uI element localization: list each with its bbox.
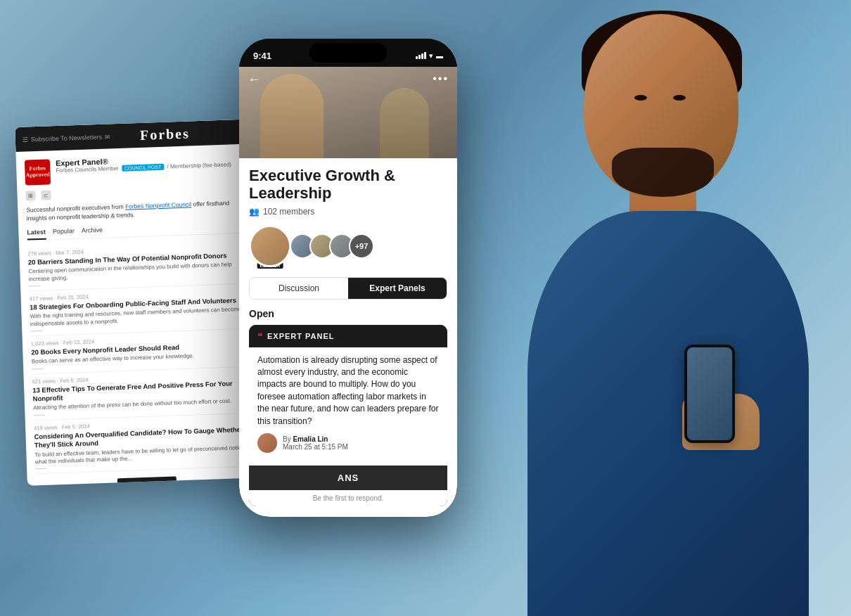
members-icon: 👥 [249, 207, 260, 217]
members-count: 102 members [263, 207, 314, 217]
ep-first-respond: Be the first to respond. [249, 490, 447, 506]
ep-card-label: EXPERT PANEL [267, 332, 335, 340]
phone-more-button[interactable]: ••• [433, 72, 449, 85]
more-articles-button[interactable]: More Articles [117, 477, 177, 486]
group-title: Executive Growth &Leadership [249, 167, 447, 203]
group-members-row: 👥 102 members [249, 207, 447, 217]
subscribe-text: Subscribe To Newsletters [31, 133, 103, 143]
article-divider-3 [32, 368, 43, 370]
ep-author: By Emalia Lin March 25 at 5:15 PM [257, 433, 439, 453]
signal-bar-3 [421, 53, 423, 59]
phone-hero-image: ← ••• [239, 67, 457, 158]
forbes-badge-text: ForbesApproved [25, 166, 50, 179]
forbes-councils-text: Forbes Councils Member [56, 165, 119, 174]
members-avatars: LEADER +97 [249, 225, 447, 267]
phone-tab-discussion[interactable]: Discussion [250, 278, 348, 299]
forbes-badge: ForbesApproved [25, 159, 51, 185]
open-label: Open [249, 308, 447, 319]
expert-panel-card: ❝ EXPERT PANEL Automation is already dis… [249, 325, 447, 506]
article-item-1: 278 views · Mar 7, 2024 20 Barriers Stan… [27, 238, 251, 291]
forbes-logo: Forbes [140, 125, 191, 143]
phone-tab-expert-panels[interactable]: Expert Panels [348, 278, 447, 299]
phone-time: 9:41 [253, 51, 271, 61]
ep-answer-button[interactable]: ANS [249, 466, 447, 490]
forbes-body: ForbesApproved Expert Panel® Forbes Coun… [15, 143, 266, 486]
phone-back-button[interactable]: ← [248, 72, 260, 87]
ep-author-date: March 25 at 5:15 PM [283, 443, 348, 451]
scene: ☰ Subscribe To Newsletters ✉ Forbes Forb… [0, 0, 851, 616]
membership-text: Membership (fee-based) [170, 161, 231, 169]
hero-figure-2 [380, 88, 429, 158]
forbes-description: Successful nonprofit executives from For… [26, 199, 249, 224]
phone-status-bar: 9:41 ▾ ▬ [239, 39, 457, 67]
expert-panel-icons-row: ⊞ ⊂ [25, 184, 248, 201]
ep-card-header: ❝ EXPERT PANEL [249, 325, 447, 347]
article-item-2: 417 views · Feb 20, 2024 18 Strategies F… [29, 283, 252, 336]
wifi-icon: ▾ [429, 51, 433, 60]
ep-card-body: Automation is already disrupting some as… [249, 347, 447, 466]
leader-avatar-container: LEADER [249, 225, 291, 267]
phone-status-icons: ▾ ▬ [416, 51, 443, 60]
signal-bar-1 [416, 56, 418, 59]
more-members-badge: +97 [349, 233, 374, 259]
article-item-4: 621 views · Feb 6, 2024 13 Effective Tip… [32, 366, 255, 421]
forbes-council-link[interactable]: Forbes Nonprofit Council [125, 200, 191, 210]
ep-quote-icon: ❝ [257, 331, 263, 342]
expert-panel-info: Expert Panel® Forbes Councils Member COU… [56, 153, 231, 174]
tab-popular[interactable]: Popular [53, 227, 75, 239]
leader-avatar [249, 225, 291, 267]
subscribe-icon: ☰ [23, 136, 28, 143]
signal-bar-4 [424, 52, 426, 59]
phone-tabs: Discussion Expert Panels [249, 277, 447, 300]
expert-panel-header: ForbesApproved Expert Panel® Forbes Coun… [25, 153, 248, 186]
forbes-tabs: Latest Popular Archive [27, 221, 249, 240]
phone-notch [309, 43, 387, 63]
article-item-5: 419 views · Feb 5, 2024 Considering An O… [34, 413, 257, 474]
ep-author-name: Emalia Lin [293, 435, 328, 443]
council-badge: COUNCIL POST [122, 164, 165, 172]
forbes-mockup: ☰ Subscribe To Newsletters ✉ Forbes Forb… [15, 119, 267, 486]
ep-author-info: By Emalia Lin March 25 at 5:15 PM [283, 435, 348, 451]
phone-mockup: 9:41 ▾ ▬ [239, 39, 457, 517]
signal-bar-2 [418, 55, 421, 59]
tab-latest[interactable]: Latest [27, 228, 46, 240]
hero-figure-1 [260, 74, 324, 158]
article-divider-4 [34, 415, 45, 416]
phone-screen: ← ••• Executive Growth &Leadership 👥 102… [239, 67, 457, 517]
share-icon[interactable]: ⊞ [25, 191, 35, 200]
article-divider-2 [30, 331, 41, 332]
battery-icon: ▬ [436, 52, 443, 60]
forbes-subscribe-area: ☰ Subscribe To Newsletters ✉ [23, 133, 111, 143]
article-divider-1 [29, 285, 40, 287]
ep-question: Automation is already disrupting some as… [257, 354, 439, 428]
phone-hero-figures [239, 67, 457, 158]
phone-content: Executive Growth &Leadership 👥 102 membe… [239, 158, 457, 517]
signal-bars [416, 52, 426, 59]
tab-archive[interactable]: Archive [82, 226, 103, 238]
rss-icon[interactable]: ⊂ [41, 190, 51, 200]
ep-author-avatar [257, 433, 277, 453]
article-divider-5 [35, 468, 46, 470]
subscribe-mail-icon: ✉ [105, 133, 110, 140]
